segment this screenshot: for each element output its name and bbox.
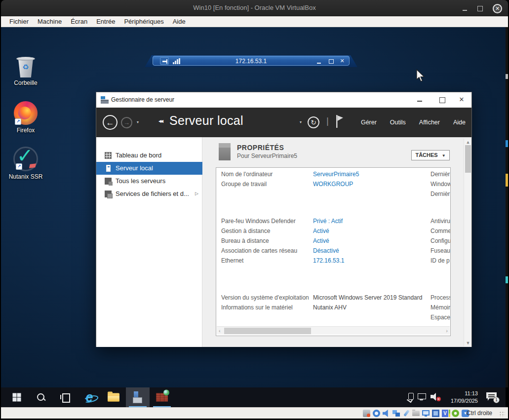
usb-tray-icon[interactable] [407, 393, 415, 401]
property-row-truncated: ID de p [216, 257, 451, 267]
recording-status-icon[interactable] [432, 410, 439, 417]
hdd-status-icon[interactable] [363, 410, 370, 417]
sm-menu-aide[interactable]: Aide [453, 119, 466, 126]
rdp-bar-inner: 172.16.53.1 ✕ [153, 56, 350, 66]
clock-time: 11:13 [443, 390, 478, 397]
vbox-menu-périphériques[interactable]: Périphériques [119, 16, 168, 27]
nav-item-file[interactable]: Services de fichiers et d...▷ [96, 188, 202, 200]
nav-item-label: Tous les serveurs [116, 177, 165, 185]
windows-taskbar: e ✕ 11:13 17/09/2025 1 [1, 387, 506, 407]
mouse-cursor [416, 69, 427, 83]
property-row-truncated: Process [216, 294, 451, 304]
scroll-right-arrow[interactable]: › [446, 328, 448, 334]
sm-menu-gérer[interactable]: Gérer [361, 119, 377, 126]
scroll-up-arrow[interactable]: ▲ [464, 140, 472, 145]
taskbar-button-search[interactable] [29, 387, 53, 407]
server-manager-header: ← → ▾ ◂◂ Serveur local ▾ ↻ | GérerOutils… [96, 108, 471, 137]
server-manager-menubar: GérerOutilsAfficherAide [361, 119, 466, 126]
property-label-truncated: Dernièr [431, 191, 451, 197]
rdp-close-button[interactable]: ✕ [338, 58, 346, 64]
taskbar-button-firewall[interactable] [150, 387, 174, 407]
vbox-menu-fichier[interactable]: Fichier [5, 16, 33, 27]
property-row-truncated: Comme [216, 228, 451, 237]
taskbar-button-start[interactable] [5, 387, 29, 407]
server-manager-titlebar[interactable]: Gestionnaire de serveur ✕ [96, 92, 471, 108]
notifications-flag-icon[interactable] [335, 115, 344, 128]
header-separator: | [326, 115, 329, 126]
volume-muted-icon[interactable]: ✕ [431, 393, 440, 401]
resize-grip[interactable] [499, 411, 505, 417]
expander-icon[interactable]: ▷ [195, 191, 198, 196]
scroll-down-arrow[interactable]: ▼ [464, 341, 472, 345]
notification-badge: 1 [493, 397, 500, 403]
firewall-icon [156, 393, 168, 402]
property-row-truncated: Antiviru [216, 218, 451, 228]
local-icon [106, 165, 111, 172]
chevron-down-icon: ▼ [442, 153, 446, 158]
nav-item-local[interactable]: Serveur local [96, 162, 202, 175]
shared-folders-status-icon[interactable] [412, 411, 420, 416]
usb-status-icon[interactable] [402, 410, 410, 417]
sm-menu-outils[interactable]: Outils [390, 119, 406, 126]
taskbar-button-file-explorer[interactable] [102, 387, 125, 407]
search-icon [36, 392, 46, 402]
taskbar-button-task-view[interactable] [53, 387, 77, 407]
property-label-truncated: Window [431, 181, 451, 188]
virtualbox-window: Win10 [En fonction] - Oracle VM VirtualB… [0, 0, 509, 420]
taskbar-clock[interactable]: 11:13 17/09/2025 [443, 390, 478, 405]
vbox-maximize-button[interactable] [475, 4, 484, 13]
nav-history-dropdown-icon[interactable]: ▾ [137, 120, 139, 124]
vbox-menu-aide[interactable]: Aide [168, 16, 190, 27]
scroll-left-arrow[interactable]: ‹ [219, 328, 221, 334]
property-label-truncated: ID de p [431, 257, 451, 264]
sm-minimize-button[interactable] [412, 94, 427, 105]
optical-status-icon[interactable] [373, 410, 380, 417]
property-row-truncated: Mémoir [216, 304, 451, 314]
edge-fragment [506, 74, 508, 79]
vertical-scrollbar[interactable]: ▲ ▼ [464, 139, 471, 346]
properties-title: PROPRIÉTÉS [237, 144, 284, 152]
sm-maximize-button[interactable] [434, 94, 449, 105]
vbox-menu-entrée[interactable]: Entrée [92, 16, 119, 27]
task-view-icon [60, 393, 70, 401]
taskbar-button-server-manager[interactable] [126, 387, 150, 407]
vbox-minimize-button[interactable] [461, 4, 470, 13]
server-manager-nav-pane: Tableau de bordServeur localTous les ser… [96, 137, 202, 347]
property-row-truncated: Window [216, 181, 451, 191]
taskbar-button-internet-explorer[interactable]: e [78, 387, 101, 407]
forward-button[interactable]: → [121, 117, 132, 128]
vbox-statusbar: V▼ Ctrl droite [1, 407, 508, 419]
edge-fragment [506, 140, 508, 147]
vertical-scrollbar-thumb[interactable] [465, 145, 471, 173]
properties-subtitle: Pour ServeurPrimaire5 [237, 153, 297, 159]
horizontal-scrollbar-thumb[interactable] [224, 328, 311, 334]
breadcrumb-chevrons-icon: ◂◂ [158, 117, 162, 124]
audio-status-icon[interactable] [383, 410, 390, 417]
property-label-truncated: Mémoir [431, 304, 451, 311]
vbox-titlebar[interactable]: Win10 [En fonction] - Oracle VM VirtualB… [1, 0, 508, 16]
desktop-icon-label: Firefox [5, 127, 46, 134]
vbox-menu-écran[interactable]: Écran [66, 16, 92, 27]
network-tray-icon[interactable] [418, 393, 427, 401]
mouse-integration-status-icon[interactable] [452, 410, 459, 417]
desktop-icon-nutanix-ssr[interactable]: ✓ ↗ Nutanix SSR [5, 147, 46, 180]
sm-menu-afficher[interactable]: Afficher [419, 119, 440, 126]
network-status-icon[interactable] [392, 410, 400, 417]
nav-item-dashboard[interactable]: Tableau de bord [96, 149, 202, 162]
horizontal-scrollbar[interactable]: ‹ › [217, 326, 450, 335]
nav-item-all[interactable]: Tous les serveurs [96, 175, 202, 188]
display-status-icon[interactable] [422, 410, 430, 416]
vbox-close-button[interactable]: ✕ [493, 4, 502, 13]
desktop-icon-firefox[interactable]: ↗ Firefox [5, 101, 46, 134]
desktop-icon-label: Nutanix SSR [5, 173, 46, 180]
back-button[interactable]: ← [103, 115, 117, 130]
features-status-icon[interactable]: V [442, 410, 448, 417]
breadcrumb-dropdown-icon[interactable]: ▾ [300, 120, 302, 124]
all-icon [105, 178, 112, 185]
sm-close-button[interactable]: ✕ [454, 94, 469, 105]
refresh-button[interactable]: ↻ [308, 116, 319, 128]
tasks-dropdown-button[interactable]: TÂCHES▼ [411, 150, 450, 160]
vbox-menu-machine[interactable]: Machine [33, 16, 66, 27]
desktop-icon-recycle-bin[interactable]: ♻ Corbeille [5, 57, 46, 86]
server-manager-window: Gestionnaire de serveur ✕ ← → ▾ ◂◂ Serve… [96, 92, 472, 347]
